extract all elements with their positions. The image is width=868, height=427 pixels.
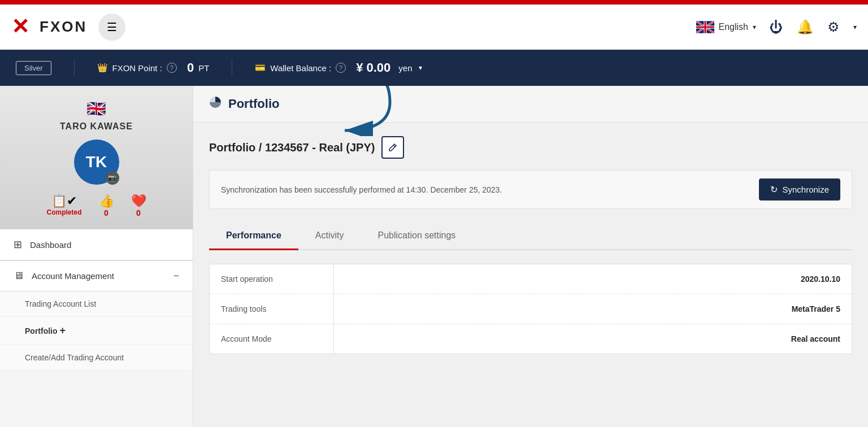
account-mgmt-icon: 🖥 [14,270,24,282]
logo-text: FXON [40,18,87,36]
settings-icon[interactable]: ⚙ [827,19,840,35]
profile-section: 🇬🇧 TARO KAWASE TK 📷 📋✔ Completed 👍 0 [0,86,193,229]
stat-hearts: ❤️ 0 [131,194,146,217]
portfolio-name-text: Portfolio / 1234567 - Real (JPY) [209,141,375,154]
avatar-wrapper: TK 📷 [74,140,119,185]
heart-icon: ❤️ [131,194,146,208]
performance-table: Start operation 2020.10.10 Trading tools… [209,264,852,354]
hearts-count: 0 [131,208,146,217]
portfolio-pie-icon [209,96,222,112]
account-management-label: Account Management [32,271,165,281]
sidebar: 🇬🇧 TARO KAWASE TK 📷 📋✔ Completed 👍 0 [0,86,193,427]
tab-performance[interactable]: Performance [209,223,298,250]
completed-label: Completed [46,208,81,216]
table-row-account-mode: Account Mode Real account [210,324,852,354]
divider-1 [74,59,75,76]
wallet-help-icon[interactable]: ? [336,63,346,73]
divider-2 [232,59,232,76]
fxon-point-label: FXON Point : [112,63,162,73]
trading-tools-label: Trading tools [210,294,334,324]
wallet-amount: ¥ 0.00 [356,60,390,75]
tab-publication-settings[interactable]: Publication settings [361,223,473,250]
dashboard-label: Dashboard [30,240,179,250]
nav-section: ⊞ Dashboard 🖥 Account Management − Tradi… [0,229,193,371]
header-right: English ▾ ⏻ 🔔 ⚙ ▾ [696,19,857,35]
fxon-point-unit: PT [198,63,209,73]
svg-line-11 [393,145,395,147]
language-label: English [719,22,748,32]
silver-badge: Silver [16,61,51,75]
sidebar-item-account-management[interactable]: 🖥 Account Management − [0,261,193,291]
settings-chevron-icon: ▾ [853,23,857,31]
start-operation-label: Start operation [210,264,334,294]
camera-icon[interactable]: 📷 [106,171,119,185]
tab-activity[interactable]: Activity [298,223,361,250]
svg-rect-9 [704,21,706,33]
main-layout: 🇬🇧 TARO KAWASE TK 📷 📋✔ Completed 👍 0 [0,86,868,427]
wallet-chevron-icon[interactable]: ▾ [419,64,422,72]
crown-icon: 👑 [97,63,108,73]
fxon-point-item: 👑 FXON Point : ? 0 PT [97,60,210,75]
wallet-label: Wallet Balance : [270,63,331,73]
wallet-icon: 💳 [255,63,266,73]
sync-icon: ↻ [770,184,778,195]
hamburger-button[interactable]: ☰ [98,14,125,41]
table-row-start-operation: Start operation 2020.10.10 [210,264,852,294]
start-operation-value: 2020.10.10 [334,264,852,294]
bell-icon[interactable]: 🔔 [797,19,814,35]
trading-tools-value: MetaTrader 5 [334,294,852,324]
fxon-point-help-icon[interactable]: ? [167,63,177,73]
portfolio-page-title: Portfolio [228,97,279,111]
portfolio-section-header: Portfolio [193,86,868,123]
header: ✕ FXON ☰ English ▾ ⏻ 🔔 ⚙ ▾ [0,5,868,50]
completed-icon: 📋✔ [46,194,81,208]
avatar-initials: TK [86,153,107,171]
synchronize-button[interactable]: ↻ Synchronize [759,178,840,201]
fxon-logo-svg: ✕ [11,16,38,38]
wallet-balance-item: 💳 Wallet Balance : ? ¥ 0.00 yen ▾ [255,60,422,75]
status-bar: Silver 👑 FXON Point : ? 0 PT 💳 Wallet Ba… [0,50,868,86]
sync-message: Synchronization has been successfully pe… [221,185,502,194]
create-trading-account-label: Create/Add Trading Account [25,353,124,362]
portfolio-name-row: Portfolio / 1234567 - Real (JPY) [209,136,852,159]
stat-completed: 📋✔ Completed [46,194,81,217]
trading-account-list-label: Trading Account List [25,299,96,308]
fxon-point-value: 0 [187,60,194,75]
sidebar-item-portfolio[interactable]: Portfolio + [0,317,193,345]
pencil-icon [388,143,397,152]
portfolio-sub-label: Portfolio [25,326,58,336]
portfolio-expand-icon[interactable]: + [59,325,66,336]
stat-likes: 👍 0 [99,194,114,217]
stats-row: 📋✔ Completed 👍 0 ❤️ 0 [11,194,181,217]
logo-icon: ✕ FXON [11,16,87,38]
power-icon[interactable]: ⏻ [770,19,783,35]
performance-tabs: Performance Activity Publication setting… [209,223,852,250]
uk-flag-icon [696,21,714,33]
thumbsup-icon: 👍 [99,194,114,208]
account-mode-label: Account Mode [210,324,334,354]
sync-button-label: Synchronize [782,185,829,194]
likes-count: 0 [99,208,114,217]
content-area: Portfolio Portfolio / 1234567 - Real (JP… [193,86,868,427]
dashboard-icon: ⊞ [14,238,22,251]
wallet-unit: yen [398,63,412,73]
top-red-bar [0,0,868,5]
sidebar-item-dashboard[interactable]: ⊞ Dashboard [0,229,193,260]
profile-username: TARO KAWASE [11,121,181,132]
logo: ✕ FXON [11,16,87,38]
portfolio-body: Portfolio / 1234567 - Real (JPY) [193,123,868,368]
svg-text:✕: ✕ [11,16,29,38]
account-mode-value: Real account [334,324,852,354]
sidebar-item-trading-account-list[interactable]: Trading Account List [0,291,193,317]
edit-portfolio-button[interactable] [381,136,404,159]
language-selector[interactable]: English ▾ [696,21,756,33]
sync-bar: Synchronization has been successfully pe… [209,170,852,209]
profile-flag: 🇬🇧 [11,99,181,118]
sidebar-item-create-trading-account[interactable]: Create/Add Trading Account [0,345,193,371]
table-row-trading-tools: Trading tools MetaTrader 5 [210,294,852,324]
account-mgmt-collapse-icon[interactable]: − [173,270,179,282]
language-chevron-icon: ▾ [753,23,756,31]
